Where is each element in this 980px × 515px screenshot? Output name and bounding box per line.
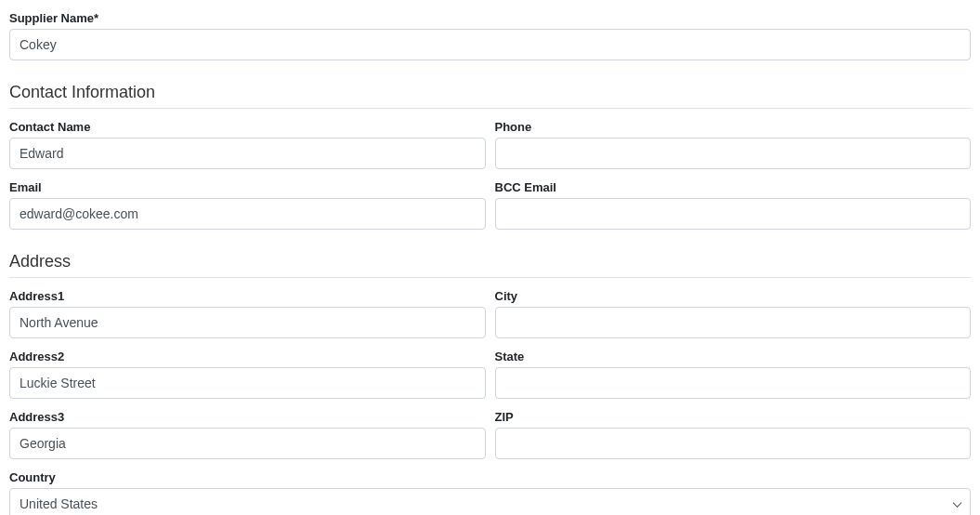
address3-label: Address3 [9, 410, 486, 424]
phone-input[interactable] [495, 138, 972, 169]
supplier-name-input[interactable] [9, 29, 971, 60]
country-label: Country [9, 470, 971, 484]
bcc-email-label: BCC Email [495, 180, 972, 194]
email-label: Email [9, 180, 486, 194]
contact-name-input[interactable] [9, 138, 486, 169]
state-label: State [495, 350, 972, 363]
city-input[interactable] [495, 307, 972, 338]
address2-label: Address2 [9, 350, 486, 363]
country-select[interactable]: United States [9, 488, 971, 515]
bcc-email-input[interactable] [495, 198, 972, 230]
section-title-address: Address [9, 252, 971, 278]
contact-name-label: Contact Name [9, 120, 486, 134]
zip-input[interactable] [495, 428, 972, 459]
city-label: City [495, 289, 972, 303]
email-input[interactable] [9, 198, 486, 230]
state-input[interactable] [495, 367, 972, 399]
zip-label: ZIP [495, 410, 972, 424]
address2-input[interactable] [9, 367, 486, 399]
address1-input[interactable] [9, 307, 486, 338]
supplier-name-label: Supplier Name* [9, 11, 971, 25]
section-title-contact: Contact Information [9, 83, 971, 109]
address3-input[interactable] [9, 428, 486, 459]
phone-label: Phone [495, 120, 972, 134]
address1-label: Address1 [9, 289, 486, 303]
